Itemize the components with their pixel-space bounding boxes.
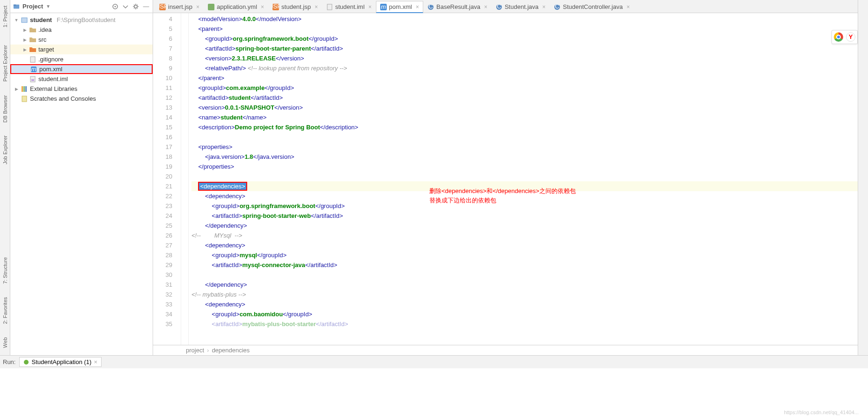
code-line: <description>Demo project for Spring Boo…	[191, 122, 858, 132]
library-icon	[21, 85, 28, 93]
tree-item--idea[interactable]: ▶.idea	[10, 25, 153, 35]
svg-rect-5	[22, 18, 27, 22]
gear-icon[interactable]	[132, 3, 140, 10]
tree-label: Scratches and Consoles	[30, 95, 96, 102]
browser-preview-buttons: Y	[831, 30, 858, 44]
tab-label: StudentController.java	[563, 3, 623, 10]
code-line: <relativePath/> <!-- lookup parent from …	[191, 63, 858, 73]
code-line: <groupId>org.springframework.boot</group…	[191, 34, 858, 44]
svg-text:C: C	[555, 4, 559, 10]
tool-structure[interactable]: 7: Structure	[1, 253, 9, 288]
svg-rect-17	[208, 4, 214, 10]
yandex-icon[interactable]: Y	[846, 32, 855, 42]
tree-item--gitignore[interactable]: .gitignore	[10, 54, 153, 64]
tree-item-src[interactable]: ▶src	[10, 35, 153, 45]
run-tab-label: StudentApplication (1)	[31, 358, 91, 365]
code-line: <name>student</name>	[191, 112, 858, 122]
close-icon[interactable]: ×	[94, 358, 97, 365]
code-line: <artifactId>mysql-connector-java</artifa…	[191, 260, 858, 270]
tool-favorites[interactable]: 2: Favorites	[1, 293, 9, 328]
tab-label: student.iml	[335, 3, 365, 10]
project-icon	[13, 3, 20, 10]
close-icon[interactable]: ×	[416, 4, 419, 10]
tree-external-libs[interactable]: ▶ External Libraries	[10, 84, 153, 94]
svg-text:C: C	[497, 4, 501, 10]
tab-student-jsp[interactable]: JSPstudent.jsp×	[268, 0, 322, 13]
hide-icon[interactable]: —	[142, 3, 150, 10]
expand-icon[interactable]	[122, 3, 129, 10]
code-line: <artifactId>spring-boot-starter-parent</…	[191, 44, 858, 53]
svg-point-3	[115, 6, 116, 7]
code-line: <artifactId>student</artifactId>	[191, 93, 858, 103]
tree-label: pom.xml	[39, 66, 62, 73]
svg-text:JSP: JSP	[272, 4, 279, 10]
run-toolbar: Run: StudentApplication (1) ×	[0, 355, 868, 368]
tree-scratches[interactable]: Scratches and Consoles	[10, 94, 153, 104]
tab-Student-java[interactable]: CStudent.java×	[492, 0, 550, 13]
code-line: </dependency>	[191, 221, 858, 231]
dropdown-icon[interactable]: ▼	[46, 4, 51, 9]
spring-icon	[23, 359, 29, 365]
close-icon[interactable]: ×	[315, 4, 318, 10]
svg-rect-14	[22, 96, 27, 102]
tree-label: student	[30, 16, 52, 23]
tab-label: Student.java	[505, 3, 538, 10]
tree-root[interactable]: ▼ student F:\SpringBoot\student	[10, 15, 153, 25]
code-content[interactable]: <modelVersion>4.0.0</modelVersion> <pare…	[189, 13, 858, 345]
tree-label: student.iml	[38, 75, 68, 82]
tool-job-explorer[interactable]: Job Explorer	[1, 132, 9, 168]
svg-text:C: C	[428, 4, 433, 10]
tree-item-pom-xml[interactable]: mpom.xml	[10, 64, 153, 74]
tool-web[interactable]: Web	[1, 334, 9, 351]
right-tool-strip	[858, 0, 868, 355]
code-line: <groupId>com.baomidou</groupId>	[191, 309, 858, 319]
tree-item-target[interactable]: ▶target	[10, 45, 153, 54]
code-line: </dependency>	[191, 280, 858, 290]
tool-project[interactable]: 1: Project	[1, 2, 9, 31]
run-tab[interactable]: StudentApplication (1) ×	[19, 357, 102, 367]
tool-project-explorer[interactable]: Project Explorer	[1, 41, 9, 85]
tab-BaseResult-java[interactable]: CBaseResult.java×	[423, 0, 492, 13]
tab-label: application.yml	[217, 3, 257, 10]
close-icon[interactable]: ×	[196, 4, 199, 10]
breadcrumb-item[interactable]: project	[186, 347, 204, 354]
code-line: <artifactId>spring-boot-starter-web</art…	[191, 211, 858, 221]
svg-point-29	[24, 360, 29, 365]
svg-rect-20	[327, 4, 332, 10]
code-line: <version>0.0.1-SNAPSHOT</version>	[191, 103, 858, 112]
close-icon[interactable]: ×	[626, 4, 630, 10]
project-tree: ▼ student F:\SpringBoot\student ▶.idea▶s…	[10, 13, 153, 355]
chrome-icon[interactable]	[834, 32, 843, 42]
code-line: <properties>	[191, 142, 858, 152]
tab-pom-xml[interactable]: mpom.xml×	[376, 1, 423, 13]
breadcrumb: project › dependencies	[153, 345, 858, 355]
tab-insert-jsp[interactable]: JSPinsert.jsp×	[155, 0, 204, 13]
code-line: <java.version>1.8</java.version>	[191, 152, 858, 162]
code-line: </parent>	[191, 73, 858, 83]
annotation-line2: 替换成下边给出的依赖包	[429, 196, 576, 205]
close-icon[interactable]: ×	[261, 4, 264, 10]
close-icon[interactable]: ×	[542, 4, 545, 10]
annotation-overlay: 删除<dependencies>和</dependencies>之间的依赖包 替…	[429, 186, 576, 205]
tree-item-student-iml[interactable]: student.iml	[10, 74, 153, 84]
breadcrumb-item[interactable]: dependencies	[212, 347, 250, 354]
code-line: <dependency>	[191, 299, 858, 309]
tool-db-browser[interactable]: DB Browser	[1, 91, 9, 127]
tab-application-yml[interactable]: application.yml×	[204, 0, 268, 13]
close-icon[interactable]: ×	[484, 4, 487, 10]
tree-label: .gitignore	[38, 56, 63, 63]
svg-point-4	[134, 5, 137, 8]
locate-icon[interactable]	[111, 3, 119, 10]
svg-rect-10	[31, 79, 34, 81]
module-icon	[21, 16, 28, 24]
tree-path: F:\SpringBoot\student	[57, 16, 116, 23]
chevron-right-icon: ›	[207, 347, 209, 354]
fold-gutter	[181, 13, 189, 345]
tree-label: src	[38, 36, 46, 43]
tab-student-iml[interactable]: student.iml×	[322, 0, 376, 13]
tab-StudentController-java[interactable]: CStudentController.java×	[550, 0, 634, 13]
svg-rect-6	[30, 57, 35, 62]
tab-label: student.jsp	[281, 3, 311, 10]
close-icon[interactable]: ×	[368, 4, 372, 10]
editor-tabs: JSPinsert.jsp×application.yml×JSPstudent…	[153, 0, 858, 13]
